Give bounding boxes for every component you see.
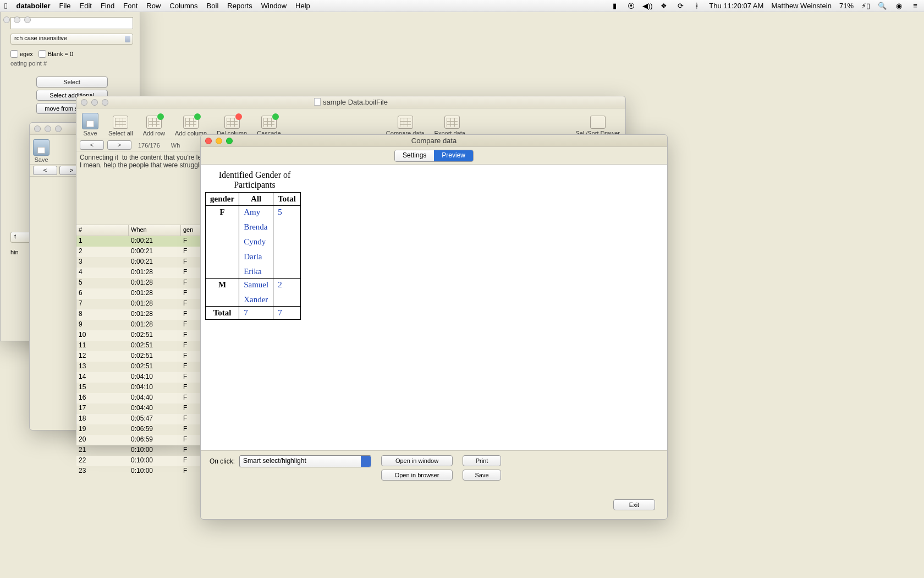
del-column-button[interactable]: Del column <box>217 116 247 137</box>
menu-window[interactable]: Window <box>261 2 287 10</box>
participant-link[interactable]: Erika <box>244 267 268 276</box>
regex-label: egex <box>20 51 33 57</box>
preview-row: FAmyBrendaCyndyDarlaErika5 <box>206 206 301 279</box>
menu-columns[interactable]: Columns <box>169 2 197 10</box>
cell-when: 0:00:21 <box>129 236 181 247</box>
cell-num: 20 <box>76 435 129 445</box>
battery-icon[interactable]: ⚡︎▯ <box>861 2 870 10</box>
tab-settings[interactable]: Settings <box>395 150 434 161</box>
menubar-clock[interactable]: Thu 11:20:07 AM <box>709 2 763 10</box>
add-row-button[interactable]: Add row <box>143 116 165 137</box>
open-in-browser-button[interactable]: Open in browser <box>381 470 453 481</box>
nav-forward-button[interactable]: > <box>107 140 131 150</box>
zoom-icon[interactable] <box>24 17 31 23</box>
save-button[interactable]: Save <box>463 470 501 481</box>
participant-link[interactable]: Xander <box>244 295 268 304</box>
cell-when: 0:01:28 <box>129 299 181 309</box>
menu-font[interactable]: Font <box>123 2 138 10</box>
exit-button[interactable]: Exit <box>613 499 655 510</box>
minimize-icon[interactable] <box>45 126 51 132</box>
document-icon <box>314 98 321 106</box>
save-button[interactable]: Save <box>33 139 50 163</box>
nav-back-button[interactable]: < <box>33 166 57 175</box>
menu-boil[interactable]: Boil <box>207 2 219 10</box>
within-label: hin <box>10 249 19 255</box>
search-mode-dropdown[interactable]: rch case insensitive <box>10 34 133 45</box>
nav-back-button[interactable]: < <box>80 140 104 150</box>
save-button[interactable]: Save <box>82 113 98 137</box>
compare-tabbar: Settings Preview <box>201 147 667 165</box>
apple-menu-icon[interactable]:  <box>4 1 7 10</box>
siri-icon[interactable]: ◉ <box>894 2 903 10</box>
plus-badge-icon <box>194 113 201 120</box>
cell-when: 0:01:28 <box>129 278 181 288</box>
app-name[interactable]: databoiler <box>16 2 50 10</box>
compare-data-button[interactable]: Compare data <box>386 116 425 137</box>
cell-when: 0:01:28 <box>129 268 181 278</box>
save-label: Save <box>34 156 48 163</box>
participant-link[interactable]: Samuel <box>244 280 268 290</box>
menu-reports[interactable]: Reports <box>227 2 252 10</box>
facetime-icon[interactable]: ▮ <box>610 2 619 10</box>
menu-file[interactable]: File <box>59 2 71 10</box>
export-data-button[interactable]: Export data... <box>435 116 470 137</box>
count-cell[interactable]: 5 <box>273 206 301 279</box>
minimize-icon[interactable] <box>14 17 20 23</box>
cell-when: 0:02:51 <box>129 341 181 351</box>
spotlight-icon[interactable]: 🔍 <box>878 2 887 10</box>
cell-num: 13 <box>76 362 129 372</box>
cell-when: 0:02:51 <box>129 351 181 362</box>
regex-checkbox[interactable] <box>10 50 18 58</box>
count-cell[interactable]: 2 <box>273 279 301 307</box>
menu-help[interactable]: Help <box>295 2 310 10</box>
preview-row: MSamuelXander2 <box>206 279 301 307</box>
col-num[interactable]: # <box>76 225 129 236</box>
blank-checkbox[interactable] <box>38 50 46 58</box>
cell-when: 0:01:28 <box>129 309 181 320</box>
participant-link[interactable]: Darla <box>244 252 268 261</box>
participant-link[interactable]: Amy <box>244 208 268 217</box>
menu-row[interactable]: Row <box>146 2 161 10</box>
tab-preview[interactable]: Preview <box>434 150 473 161</box>
notification-center-icon[interactable]: ≡ <box>911 2 920 10</box>
cell-num: 7 <box>76 299 129 309</box>
participant-link[interactable]: Cyndy <box>244 237 268 247</box>
volume-icon[interactable]: ◀)) <box>643 2 652 10</box>
total-all[interactable]: 7 <box>239 307 273 320</box>
col-when[interactable]: When <box>129 225 181 236</box>
wifi-icon[interactable]: ⦿ <box>626 2 635 10</box>
total-total[interactable]: 7 <box>273 307 301 320</box>
onclick-action-dropdown[interactable]: Smart select/highlight <box>239 455 371 467</box>
grid-icon <box>261 116 277 129</box>
cell-num: 19 <box>76 424 129 435</box>
background-window-traffic-lights <box>3 17 31 23</box>
sel-sort-drawer-button[interactable]: Sel./Sort Drawer <box>575 116 620 137</box>
participant-link[interactable]: Brenda <box>244 222 268 232</box>
preview-area[interactable]: Identified Gender of Participants gender… <box>201 165 667 451</box>
cascade-button[interactable]: Cascade <box>257 116 280 137</box>
blank-label: Blank = 0 <box>48 51 73 57</box>
cell-num: 5 <box>76 278 129 288</box>
menubar-user[interactable]: Matthew Weinstein <box>771 2 832 10</box>
open-in-window-button[interactable]: Open in window <box>381 455 453 466</box>
cell-num: 14 <box>76 372 129 383</box>
select-all-button[interactable]: Select all <box>108 116 133 137</box>
menu-edit[interactable]: Edit <box>80 2 92 10</box>
chevron-updown-icon <box>361 456 371 467</box>
th-all: All <box>239 193 273 206</box>
export-icon <box>444 116 460 129</box>
sync-icon[interactable]: ⟳ <box>676 2 685 10</box>
main-titlebar[interactable]: sample Data.boilFile <box>76 96 625 108</box>
compare-titlebar[interactable]: Compare data <box>201 135 667 147</box>
print-button[interactable]: Print <box>463 455 501 466</box>
close-icon[interactable] <box>3 17 10 23</box>
add-column-button[interactable]: Add column <box>175 116 207 137</box>
menubar-battery[interactable]: 71% <box>839 2 854 10</box>
total-row-label: Total <box>206 307 239 320</box>
dropbox-icon[interactable]: ❖ <box>659 2 668 10</box>
menu-find[interactable]: Find <box>101 2 114 10</box>
zoom-icon[interactable] <box>55 126 62 132</box>
bluetooth-icon[interactable]: ᚼ <box>692 2 701 10</box>
select-button[interactable]: Select <box>36 77 108 88</box>
close-icon[interactable] <box>34 126 41 132</box>
